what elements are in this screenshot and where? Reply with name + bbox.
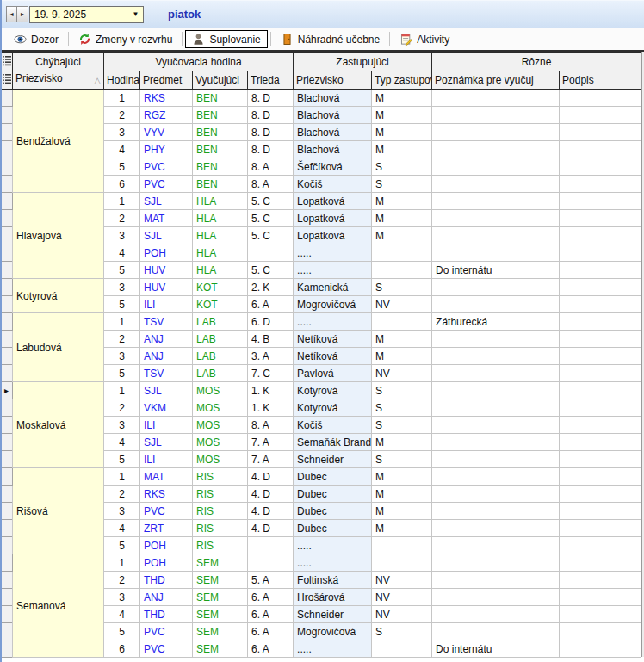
cell-hodina[interactable]: 4 xyxy=(104,244,140,262)
cell-poznamka[interactable] xyxy=(432,107,560,124)
cell-zastupujuci[interactable]: Dubec xyxy=(294,468,372,486)
column-header-priezvisko-2[interactable]: Priezvisko xyxy=(294,71,372,90)
cell-poznamka[interactable] xyxy=(432,572,560,589)
cell-predmet[interactable]: ILI xyxy=(140,417,193,434)
cell-hodina[interactable]: 4 xyxy=(104,434,140,451)
cell-poznamka[interactable] xyxy=(432,158,560,176)
cell-podpis[interactable] xyxy=(560,331,641,348)
cell-predmet[interactable]: ILI xyxy=(140,296,193,313)
cell-trieda[interactable]: 6. A xyxy=(248,623,294,640)
cell-typ-zastupovania[interactable] xyxy=(372,262,432,279)
cell-poznamka[interactable] xyxy=(432,503,560,520)
cell-zastupujuci[interactable]: ..... xyxy=(294,537,372,554)
cell-vyucujuci[interactable]: MOS xyxy=(193,434,248,451)
column-group-chybajuci[interactable]: Chýbajúci xyxy=(13,53,104,71)
cell-trieda[interactable]: 5. C xyxy=(248,227,294,244)
cell-podpis[interactable] xyxy=(560,554,641,572)
cell-typ-zastupovania[interactable]: NV xyxy=(372,365,432,382)
cell-podpis[interactable] xyxy=(560,279,641,296)
cell-trieda[interactable]: 8. D xyxy=(248,124,294,141)
cell-vyucujuci[interactable]: SEM xyxy=(193,572,248,589)
cell-poznamka[interactable] xyxy=(432,365,560,382)
row-selector[interactable] xyxy=(1,279,13,296)
cell-poznamka[interactable] xyxy=(432,210,560,227)
row-selector-current[interactable]: ▸ xyxy=(1,382,13,399)
cell-trieda[interactable]: 5. C xyxy=(248,193,294,210)
cell-podpis[interactable] xyxy=(560,520,641,537)
cell-zastupujuci[interactable]: Lopatková xyxy=(294,193,372,210)
cell-typ-zastupovania[interactable]: M xyxy=(372,193,432,210)
column-group-rozne[interactable]: Rôzne xyxy=(432,53,641,71)
cell-poznamka[interactable] xyxy=(432,537,560,554)
cell-poznamka[interactable] xyxy=(432,176,560,193)
cell-poznamka[interactable] xyxy=(432,520,560,537)
cell-trieda[interactable]: 6. D xyxy=(248,313,294,331)
date-combobox[interactable]: 19. 9. 2025 ▼ xyxy=(29,6,144,23)
cell-podpis[interactable] xyxy=(560,623,641,640)
cell-zastupujuci[interactable]: Kamenická xyxy=(294,279,372,296)
cell-podpis[interactable] xyxy=(560,193,641,210)
column-header-poznamka-pre-vyucuj[interactable]: Poznámka pre vyučuj xyxy=(432,71,560,90)
cell-poznamka[interactable] xyxy=(432,331,560,348)
cell-podpis[interactable] xyxy=(560,382,641,399)
row-selector[interactable] xyxy=(1,399,13,417)
cell-typ-zastupovania[interactable]: M xyxy=(372,210,432,227)
cell-predmet[interactable]: POH xyxy=(140,554,193,572)
cell-vyucujuci[interactable]: LAB xyxy=(193,313,248,331)
cell-typ-zastupovania[interactable]: M xyxy=(372,124,432,141)
cell-zastupujuci[interactable]: Schneider xyxy=(294,451,372,468)
cell-hodina[interactable]: 1 xyxy=(104,90,140,107)
row-selector[interactable] xyxy=(1,365,13,382)
tab-aktivity[interactable]: Aktivity xyxy=(393,30,456,48)
cell-podpis[interactable] xyxy=(560,348,641,365)
row-selector[interactable] xyxy=(1,589,13,606)
cell-podpis[interactable] xyxy=(560,486,641,503)
cell-zastupujuci[interactable]: Mogrovičová xyxy=(294,623,372,640)
cell-zastupujuci[interactable]: Semaňák Brandob xyxy=(294,434,372,451)
cell-vyucujuci[interactable]: MOS xyxy=(193,451,248,468)
cell-trieda[interactable]: 6. A xyxy=(248,296,294,313)
cell-typ-zastupovania[interactable]: S xyxy=(372,451,432,468)
cell-predmet[interactable]: MAT xyxy=(140,468,193,486)
cell-vyucujuci[interactable]: RIS xyxy=(193,468,248,486)
cell-vyucujuci[interactable]: HLA xyxy=(193,262,248,279)
column-header-vyucujuci[interactable]: Vyučujúci xyxy=(193,71,248,90)
tab-nahradne-ucebne[interactable]: Náhradné učebne xyxy=(274,30,387,48)
cell-typ-zastupovania[interactable]: S xyxy=(372,279,432,296)
cell-predmet[interactable]: PVC xyxy=(140,503,193,520)
cell-vyucujuci[interactable]: MOS xyxy=(193,382,248,399)
cell-hodina[interactable]: 3 xyxy=(104,124,140,141)
cell-typ-zastupovania[interactable]: NV xyxy=(372,606,432,623)
cell-podpis[interactable] xyxy=(560,176,641,193)
cell-podpis[interactable] xyxy=(560,640,641,658)
cell-podpis[interactable] xyxy=(560,107,641,124)
cell-predmet[interactable]: SJL xyxy=(140,227,193,244)
cell-predmet[interactable]: MAT xyxy=(140,210,193,227)
cell-poznamka[interactable] xyxy=(432,193,560,210)
tab-zmeny-v-rozvrhu[interactable]: Zmeny v rozvrhu xyxy=(71,30,179,48)
cell-zastupujuci[interactable]: Lopatková xyxy=(294,210,372,227)
cell-vyucujuci[interactable]: KOT xyxy=(193,296,248,313)
cell-trieda[interactable]: 8. A xyxy=(248,176,294,193)
cell-trieda[interactable]: 8. D xyxy=(248,141,294,158)
cell-predmet[interactable]: VYV xyxy=(140,124,193,141)
cell-zastupujuci[interactable]: Pavlová xyxy=(294,365,372,382)
cell-trieda[interactable]: 8. D xyxy=(248,107,294,124)
cell-predmet[interactable]: ZRT xyxy=(140,520,193,537)
cell-trieda[interactable]: 4. D xyxy=(248,520,294,537)
cell-typ-zastupovania[interactable]: S xyxy=(372,623,432,640)
cell-typ-zastupovania[interactable]: M xyxy=(372,348,432,365)
cell-typ-zastupovania[interactable]: S xyxy=(372,417,432,434)
cell-hodina[interactable]: 2 xyxy=(104,572,140,589)
cell-typ-zastupovania[interactable]: M xyxy=(372,468,432,486)
cell-vyucujuci[interactable]: BEN xyxy=(193,107,248,124)
absent-teacher-cell[interactable]: Bendžalová xyxy=(13,90,104,193)
cell-poznamka[interactable] xyxy=(432,279,560,296)
cell-trieda[interactable]: 8. A xyxy=(248,417,294,434)
cell-vyucujuci[interactable]: HLA xyxy=(193,244,248,262)
cell-hodina[interactable]: 5 xyxy=(104,158,140,176)
cell-podpis[interactable] xyxy=(560,296,641,313)
row-selector[interactable] xyxy=(1,124,13,141)
cell-hodina[interactable]: 5 xyxy=(104,451,140,468)
cell-zastupujuci[interactable]: ..... xyxy=(294,262,372,279)
